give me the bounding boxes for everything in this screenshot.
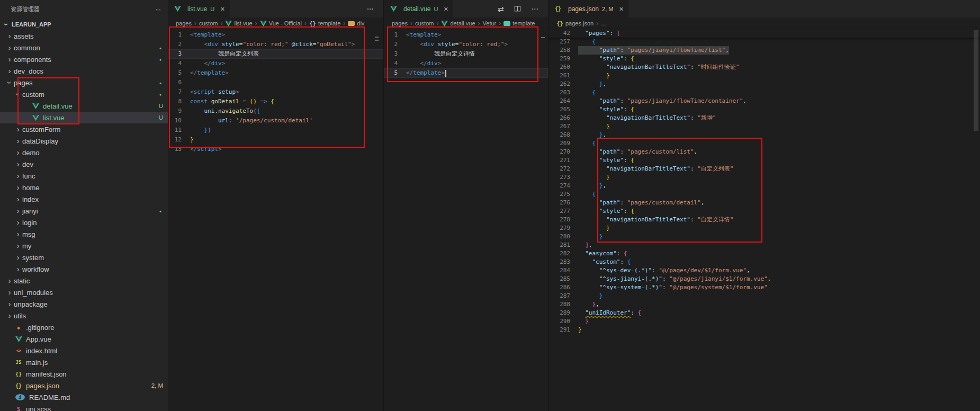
breadcrumb-item-detail-vue[interactable]: detail.vue: [441, 19, 475, 28]
file-tree-item-func[interactable]: ›func: [0, 170, 168, 182]
more-actions-icon[interactable]: ···: [155, 5, 160, 13]
chevron-down-icon[interactable]: ›: [14, 90, 22, 99]
file-tree-item-workflow[interactable]: ›workflow: [0, 263, 168, 275]
tab-pages-json[interactable]: {}pages.json2, M×: [549, 0, 629, 17]
breadcrumb-item-template[interactable]: {}template: [309, 19, 340, 28]
close-icon[interactable]: ×: [444, 5, 448, 13]
breadcrumb-item-custom[interactable]: custom: [199, 20, 218, 26]
code-line-2[interactable]: 2 <div style="color: red;">: [384, 40, 548, 49]
code-line-268[interactable]: 268 },: [549, 131, 980, 139]
code-editor[interactable]: 42 "pages": [257 {258 "path": "pages/jia…: [549, 29, 980, 334]
code-line-1[interactable]: 1<template>: [384, 30, 548, 40]
code-line-269[interactable]: 269 {: [549, 139, 980, 148]
code-line-257[interactable]: 257 {: [549, 38, 980, 46]
chevron-right-icon[interactable]: ›: [5, 300, 14, 308]
code-line-260[interactable]: 260 "navigationBarTitleText": "时间组件验证": [549, 63, 980, 72]
code-line-286[interactable]: 286 "^sys-system-(.*)": "@/pages/system/…: [549, 283, 980, 292]
code-line-258[interactable]: 258 "path": "pages/jianyi/flowTime/list"…: [549, 46, 980, 55]
file-tree-item-my[interactable]: ›my: [0, 240, 168, 252]
file-tree-item-uni-scss[interactable]: Suni.scss: [0, 403, 168, 411]
file-tree-item-main-js[interactable]: JSmain.js: [0, 356, 168, 368]
chevron-right-icon[interactable]: ›: [5, 276, 14, 285]
code-line-11[interactable]: 11 }): [168, 126, 383, 135]
file-tree-item-pages-json[interactable]: {}pages.json2, M: [0, 380, 168, 391]
code-line-266[interactable]: 266 "navigationBarTitleText": "新增": [549, 114, 980, 122]
file-tree-item-pages[interactable]: ›pages●: [0, 77, 168, 88]
file-tree-item-unpackage[interactable]: ›unpackage: [0, 298, 168, 310]
code-line-6[interactable]: 6: [168, 78, 383, 87]
chevron-right-icon[interactable]: ›: [5, 67, 14, 75]
chevron-right-icon[interactable]: ›: [14, 265, 22, 273]
code-line-289[interactable]: 289 "uniIdRouter": {: [549, 309, 980, 317]
code-line-279[interactable]: 279 }: [549, 224, 980, 233]
chevron-right-icon[interactable]: ›: [5, 43, 14, 52]
file-tree-item-index-html[interactable]: <>index.html: [0, 345, 168, 356]
code-line-288[interactable]: 288 },: [549, 300, 980, 309]
chevron-right-icon[interactable]: ›: [5, 55, 14, 64]
code-line-259[interactable]: 259 "style": {: [549, 55, 980, 63]
file-tree-item-jianyi[interactable]: ›jianyi●: [0, 205, 168, 217]
split-icon[interactable]: [514, 5, 522, 13]
code-line-1[interactable]: 1<template>: [168, 30, 383, 40]
close-icon[interactable]: ×: [619, 5, 623, 13]
code-line-290[interactable]: 290 }: [549, 317, 980, 326]
file-tree-item-manifest-json[interactable]: {}manifest.json: [0, 368, 168, 380]
code-line-277[interactable]: 277 "style": {: [549, 207, 980, 216]
project-root[interactable]: › LEARUN_APP: [0, 19, 168, 30]
code-line-285[interactable]: 285 "^sys-jianyi-(.*)": "@/pages/jianyi/…: [549, 275, 980, 283]
more-icon[interactable]: ···: [532, 5, 538, 13]
breadcrumb-item-custom[interactable]: custom: [415, 20, 434, 26]
chevron-right-icon[interactable]: ›: [14, 137, 22, 145]
chevron-down-icon[interactable]: ›: [5, 78, 14, 87]
code-line-13[interactable]: 13</script>: [168, 145, 383, 154]
code-line-275[interactable]: 275 {: [549, 190, 980, 199]
file-tree-item-custom[interactable]: ›custom●: [0, 88, 168, 100]
code-line-263[interactable]: 263 {: [549, 88, 980, 97]
chevron-right-icon[interactable]: ›: [14, 218, 22, 227]
chevron-right-icon[interactable]: ›: [14, 207, 22, 215]
file-tree-item-customform[interactable]: ›customForm: [0, 123, 168, 135]
breadcrumb-item-div[interactable]: div: [348, 20, 364, 26]
code-line-5[interactable]: 5</template>: [168, 68, 383, 78]
file-tree-item-demo[interactable]: ›demo: [0, 147, 168, 158]
chevron-right-icon[interactable]: ›: [14, 125, 22, 133]
chevron-right-icon[interactable]: ›: [5, 288, 14, 297]
chevron-right-icon[interactable]: ›: [14, 172, 22, 180]
file-tree-item-static[interactable]: ›static: [0, 275, 168, 287]
code-line-284[interactable]: 284 "^sys-dev-(.*)": "@/pages/dev/$1/for…: [549, 266, 980, 275]
code-line-4[interactable]: 4 </div>: [384, 59, 548, 68]
chevron-right-icon[interactable]: ›: [5, 311, 14, 320]
code-line-261[interactable]: 261 }: [549, 72, 980, 80]
file-tree-item-components[interactable]: ›components●: [0, 53, 168, 65]
code-editor[interactable]: 1<template>2 <div style="color: red;">3 …: [384, 29, 548, 78]
code-line-287[interactable]: 287 }: [549, 292, 980, 300]
code-line-264[interactable]: 264 "path": "pages/jianyi/flowTime/conta…: [549, 97, 980, 105]
file-tree-item-readme-md[interactable]: iREADME.md: [0, 391, 168, 403]
file-tree-item-utils[interactable]: ›utils: [0, 310, 168, 321]
breadcrumb-item-pages-json[interactable]: {}pages.json: [556, 19, 594, 28]
code-line-274[interactable]: 274 },: [549, 182, 980, 190]
chevron-right-icon[interactable]: ›: [14, 242, 22, 250]
breadcrumb-item-item[interactable]: …: [601, 20, 607, 26]
close-icon[interactable]: ×: [220, 5, 224, 13]
file-tree-item-msg[interactable]: ›msg: [0, 228, 168, 240]
breadcrumb-item-list-vue[interactable]: list.vue: [225, 19, 252, 28]
code-line-276[interactable]: 276 "path": "pages/custom/detail",: [549, 199, 980, 207]
file-tree-item-detail-vue[interactable]: detail.vueU: [0, 100, 168, 112]
code-line-4[interactable]: 4 </div>: [168, 59, 383, 68]
code-line-3[interactable]: 3 我是自定义详情: [384, 49, 548, 59]
code-line-272[interactable]: 272 "navigationBarTitleText": "自定义列表": [549, 165, 980, 173]
code-line-270[interactable]: 270 "path": "pages/custom/list",: [549, 148, 980, 156]
code-line-280[interactable]: 280 }: [549, 233, 980, 241]
code-line-7[interactable]: 7<script setup>: [168, 87, 383, 97]
file-tree-item-datadisplay[interactable]: ›dataDisplay: [0, 135, 168, 147]
code-line-5[interactable]: 5</template>: [384, 68, 548, 78]
code-line-267[interactable]: 267 }: [549, 122, 980, 131]
chevron-right-icon[interactable]: ›: [14, 148, 22, 157]
tab-detail-vue[interactable]: detail.vueU×: [384, 0, 454, 17]
code-line-273[interactable]: 273 }: [549, 173, 980, 182]
file-tree-item-uni-modules[interactable]: ›uni_modules: [0, 287, 168, 298]
code-line-3[interactable]: 3 我是自定义列表: [168, 49, 383, 59]
chevron-right-icon[interactable]: ›: [14, 160, 22, 168]
scrollbar-thumb[interactable]: [974, 30, 978, 131]
